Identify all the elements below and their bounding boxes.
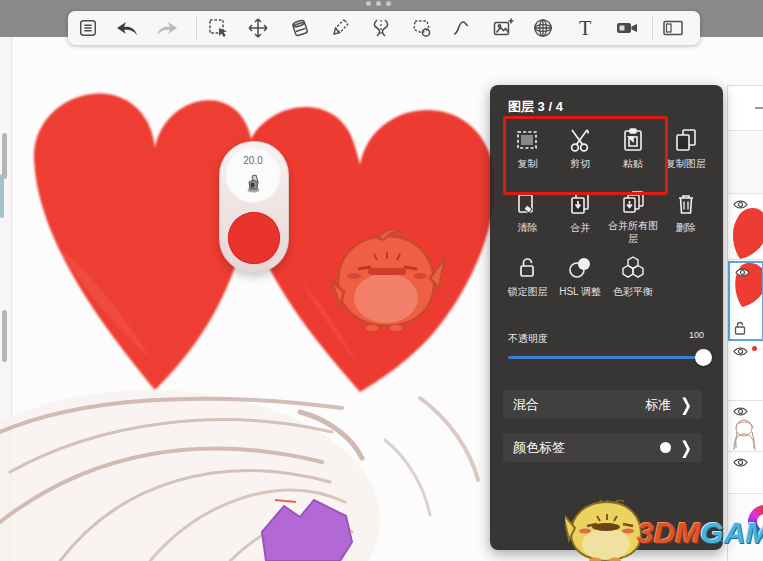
action-hsl-adjust[interactable]: HSL 调整 bbox=[554, 245, 607, 309]
brush-tool-icon bbox=[245, 173, 262, 193]
layer-actions-grid: 复制 剪切 粘贴 复制图层 bbox=[501, 117, 712, 309]
grid-spacer bbox=[659, 245, 712, 309]
layers-panel: 图层 3 / 4 复制 剪切 粘贴 bbox=[490, 85, 723, 550]
action-clear[interactable]: 清除 bbox=[501, 181, 554, 245]
camera-tool-button[interactable] bbox=[607, 11, 647, 45]
fill-icon bbox=[289, 17, 311, 39]
add-image-icon bbox=[492, 17, 514, 39]
curve-tool-button[interactable] bbox=[441, 11, 481, 45]
mesh-tool-button[interactable] bbox=[523, 11, 563, 45]
fill-tool-button[interactable] bbox=[280, 11, 320, 45]
visibility-eye-icon[interactable] bbox=[735, 267, 750, 278]
action-merge[interactable]: 合并 bbox=[554, 181, 607, 245]
clear-layer-icon bbox=[514, 191, 540, 217]
brush-widget[interactable]: 20.0 bbox=[219, 141, 289, 273]
menu-icon bbox=[78, 18, 98, 38]
visibility-eye-icon[interactable] bbox=[733, 457, 748, 468]
action-cut[interactable]: 剪切 bbox=[554, 117, 607, 181]
main-toolbar: T bbox=[68, 11, 700, 45]
opacity-value: 100 bbox=[689, 330, 704, 340]
chevron-right-icon: ❯ bbox=[680, 438, 692, 458]
liquify-tool-button[interactable] bbox=[361, 11, 401, 45]
frame-icon bbox=[661, 17, 685, 39]
mesh-icon bbox=[532, 17, 554, 39]
opacity-slider-knob[interactable] bbox=[695, 349, 712, 366]
move-icon bbox=[247, 17, 269, 39]
add-image-button[interactable] bbox=[483, 11, 523, 45]
draw-tool-button[interactable] bbox=[320, 11, 360, 45]
action-copy[interactable]: 复制 bbox=[501, 117, 554, 181]
blend-value: 标准 bbox=[645, 396, 671, 414]
action-label: 复制图层 bbox=[666, 158, 706, 171]
copy-selection-icon bbox=[514, 127, 540, 153]
mascot-orange-watermark bbox=[330, 228, 448, 333]
menu-button[interactable] bbox=[68, 11, 108, 45]
clipboard-paste-icon bbox=[620, 127, 646, 153]
layer-row-sketch[interactable] bbox=[728, 402, 763, 452]
toolbar-divider bbox=[196, 16, 197, 40]
draw-icon bbox=[329, 17, 351, 39]
lock-icon bbox=[514, 255, 540, 281]
left-scroll-handle-top[interactable] bbox=[2, 133, 7, 179]
action-paste[interactable]: 粘贴 bbox=[607, 117, 660, 181]
camera-icon bbox=[615, 17, 639, 39]
move-tool-button[interactable] bbox=[238, 11, 278, 45]
layer-row-heart-selected[interactable] bbox=[728, 261, 763, 341]
blend-mode-row[interactable]: 混合 标准 ❯ bbox=[503, 390, 702, 419]
action-label: 剪切 bbox=[570, 158, 590, 171]
redo-icon bbox=[155, 19, 179, 37]
action-label: 合并 bbox=[570, 222, 590, 235]
color-balance-hex-icon bbox=[619, 255, 647, 281]
layer-lock-icon bbox=[734, 321, 746, 335]
action-color-balance[interactable]: 色彩平衡 bbox=[607, 245, 660, 309]
action-label: 锁定图层 bbox=[507, 286, 547, 299]
layer-row-color-dot[interactable] bbox=[728, 342, 763, 401]
layer-thumbnail bbox=[728, 416, 763, 452]
opacity-slider[interactable] bbox=[508, 356, 705, 359]
left-scroll-handle-bottom[interactable] bbox=[2, 310, 7, 362]
merge-down-icon bbox=[567, 191, 593, 217]
layer-row-blank-bottom[interactable] bbox=[728, 453, 763, 494]
undo-button[interactable] bbox=[107, 11, 147, 45]
layer-row-blank-top[interactable] bbox=[728, 132, 763, 194]
add-layer-button[interactable] bbox=[728, 86, 763, 131]
action-label: 复制 bbox=[517, 158, 537, 171]
action-label: HSL 调整 bbox=[559, 286, 601, 299]
color-label-label: 颜色标签 bbox=[513, 439, 565, 457]
action-label: 色彩平衡 bbox=[613, 286, 653, 299]
app-window: 20.0 bbox=[0, 0, 763, 561]
svg-text:T: T bbox=[579, 17, 591, 39]
select-icon bbox=[207, 17, 229, 39]
left-edge-blue-tab[interactable] bbox=[0, 174, 4, 218]
visibility-eye-icon[interactable] bbox=[733, 346, 748, 357]
opacity-label: 不透明度 bbox=[508, 332, 548, 346]
blend-label: 混合 bbox=[513, 396, 539, 414]
more-handle[interactable] bbox=[366, 1, 391, 6]
action-label: 粘贴 bbox=[623, 158, 643, 171]
merge-all-icon bbox=[619, 190, 647, 216]
visibility-eye-icon[interactable] bbox=[733, 199, 748, 210]
action-lock-layer[interactable]: 锁定图层 bbox=[501, 245, 554, 309]
frame-tool-button[interactable] bbox=[653, 11, 693, 45]
visibility-eye-icon[interactable] bbox=[733, 406, 748, 417]
brush-size-value: 20.0 bbox=[225, 155, 281, 166]
lasso-tool-button[interactable] bbox=[401, 11, 441, 45]
lasso-icon bbox=[410, 17, 432, 39]
redo-button[interactable] bbox=[147, 11, 187, 45]
layers-panel-title: 图层 3 / 4 bbox=[508, 98, 563, 116]
layers-sidebar bbox=[727, 85, 763, 561]
current-color-button[interactable] bbox=[228, 212, 280, 264]
text-tool-button[interactable]: T bbox=[565, 11, 605, 45]
action-label: 合并所有图层 bbox=[607, 220, 659, 245]
brush-size-button[interactable]: 20.0 bbox=[225, 147, 281, 203]
color-label-dot bbox=[660, 442, 671, 453]
action-duplicate-layer[interactable]: 复制图层 bbox=[659, 117, 712, 181]
trash-icon bbox=[673, 191, 699, 217]
curve-icon bbox=[450, 17, 472, 39]
color-label-row[interactable]: 颜色标签 ❯ bbox=[503, 433, 702, 462]
action-delete[interactable]: 删除 bbox=[659, 181, 712, 245]
action-label: 清除 bbox=[517, 222, 537, 235]
layer-row-heart-1[interactable] bbox=[728, 195, 763, 260]
action-merge-all[interactable]: 合并所有图层 bbox=[607, 181, 660, 245]
select-tool-button[interactable] bbox=[198, 11, 238, 45]
